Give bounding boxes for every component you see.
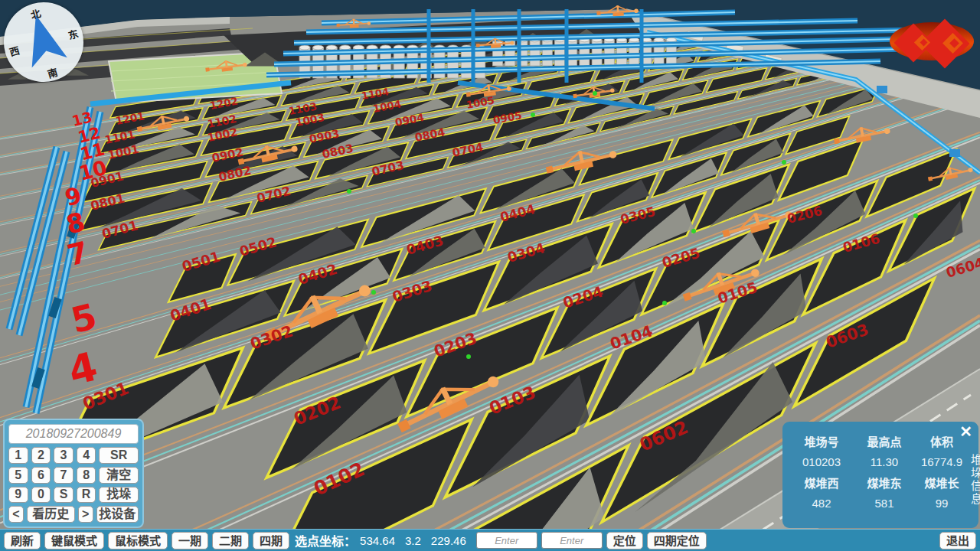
key-6[interactable]: 6 xyxy=(31,467,51,484)
kb-mouse-mode-button[interactable]: 键鼠模式 xyxy=(44,532,104,549)
key-4[interactable]: 4 xyxy=(77,447,96,464)
view-history-button[interactable]: 看历史 xyxy=(27,506,75,523)
phase4-button[interactable]: 四期 xyxy=(253,532,289,549)
key-s[interactable]: S xyxy=(54,487,74,504)
logo-icon xyxy=(889,9,975,69)
pile-length-value: 99 xyxy=(914,497,969,510)
pile-west-value: 482 xyxy=(789,497,854,510)
key-8[interactable]: 8 xyxy=(77,467,96,484)
key-2[interactable]: 2 xyxy=(31,447,51,464)
locate-button[interactable]: 定位 xyxy=(606,532,643,549)
stack-search-panel: 1 2 3 4 SR 5 6 7 8 清空 9 0 S R 找垛 < 看历史 >… xyxy=(3,419,144,528)
coord-x-value: 534.64 xyxy=(360,534,395,547)
mouse-mode-button[interactable]: 鼠标模式 xyxy=(108,532,168,549)
key-sr[interactable]: SR xyxy=(99,447,139,464)
yard-no-value: 010203 xyxy=(789,455,854,468)
pile-west-label: 煤堆西 xyxy=(789,474,854,491)
stack-code-display[interactable] xyxy=(8,424,139,444)
highest-point-label: 最高点 xyxy=(854,433,914,449)
status-dot xyxy=(347,189,351,194)
coord-z-value: 229.46 xyxy=(431,534,466,547)
yard-no-label: 堆场号 xyxy=(789,433,854,449)
key-9[interactable]: 9 xyxy=(8,487,28,504)
stack-info-panel: ✕ 堆场号 最高点 体积 010203 11.30 16774.9 煤堆西 煤堆… xyxy=(782,422,978,528)
clear-button[interactable]: 清空 xyxy=(99,467,139,484)
find-stack-button[interactable]: 找垛 xyxy=(99,487,139,504)
pile-east-label: 煤堆东 xyxy=(854,474,914,491)
coord-y-value: 3.2 xyxy=(405,534,421,547)
coord-input-1[interactable] xyxy=(476,532,537,549)
key-0[interactable]: 0 xyxy=(31,487,51,504)
pile-length-label: 煤堆长 xyxy=(914,474,969,491)
status-dot xyxy=(593,91,597,96)
phase1-button[interactable]: 一期 xyxy=(172,532,208,549)
exit-button[interactable]: 退出 xyxy=(939,532,976,549)
find-device-button[interactable]: 找设备 xyxy=(96,506,139,523)
history-prev-button[interactable]: < xyxy=(8,506,24,523)
volume-value: 16774.9 xyxy=(914,455,969,468)
phase4-locate-button[interactable]: 四期定位 xyxy=(647,532,707,549)
key-5[interactable]: 5 xyxy=(8,467,28,484)
status-dot xyxy=(371,290,376,295)
status-dot xyxy=(691,229,696,233)
bottom-toolbar: 刷新 键鼠模式 鼠标模式 一期 二期 四期 选点坐标： 534.64 3.2 2… xyxy=(0,529,980,551)
key-7[interactable]: 7 xyxy=(54,467,74,484)
pile-east-value: 581 xyxy=(854,497,914,510)
stack-info-grid: 堆场号 最高点 体积 010203 11.30 16774.9 煤堆西 煤堆东 … xyxy=(782,422,969,528)
history-next-button[interactable]: > xyxy=(78,506,93,523)
status-dot xyxy=(466,354,471,359)
close-icon[interactable]: ✕ xyxy=(959,422,972,441)
phase2-button[interactable]: 二期 xyxy=(212,532,249,549)
highest-point-value: 11.30 xyxy=(854,455,914,468)
status-dot xyxy=(782,160,786,165)
pick-coord-label: 选点坐标： xyxy=(295,531,356,549)
status-dot xyxy=(662,301,667,305)
coord-input-2[interactable] xyxy=(541,532,603,549)
key-r[interactable]: R xyxy=(77,487,96,504)
status-dot xyxy=(531,112,535,117)
key-1[interactable]: 1 xyxy=(8,447,28,464)
refresh-button[interactable]: 刷新 xyxy=(4,532,41,549)
company-logo xyxy=(889,9,975,69)
key-3[interactable]: 3 xyxy=(54,447,74,464)
status-dot xyxy=(913,214,918,218)
